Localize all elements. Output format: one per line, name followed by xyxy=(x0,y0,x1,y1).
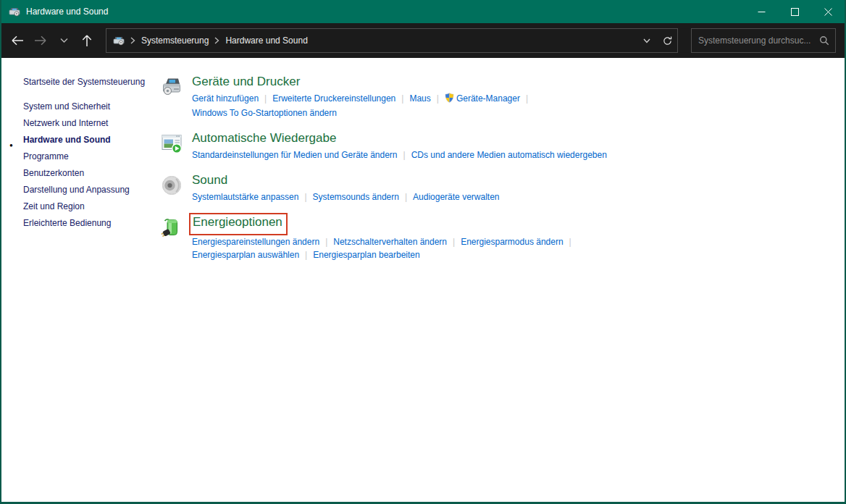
task-link-systemsounds-ändern[interactable]: Systemsounds ändern xyxy=(313,192,399,202)
section-title-power-options[interactable]: Energieoptionen xyxy=(193,214,282,230)
link-separator: | xyxy=(325,237,327,247)
main-area: Startseite der Systemsteuerung System un… xyxy=(1,58,845,502)
recent-pages-chevron-icon[interactable] xyxy=(52,29,75,52)
speaker-icon[interactable] xyxy=(159,174,184,203)
link-separator: | xyxy=(403,150,406,160)
breadcrumb-item[interactable]: Hardware und Sound xyxy=(222,35,310,46)
search-icon[interactable] xyxy=(819,35,829,46)
minimize-button[interactable] xyxy=(745,0,778,23)
uac-shield-icon xyxy=(445,93,454,106)
breadcrumb-root-icon xyxy=(113,35,127,46)
window-controls xyxy=(745,0,845,23)
forward-button[interactable] xyxy=(29,29,52,52)
link-separator: | xyxy=(305,250,307,260)
section-devices-and-printers: Geräte und DruckerGerät hinzufügen|Erwei… xyxy=(159,74,845,119)
link-separator: | xyxy=(569,237,571,247)
task-link-maus[interactable]: Maus xyxy=(409,93,430,104)
link-separator: | xyxy=(304,192,306,202)
task-link-erweiterte-druckereinstellungen[interactable]: Erweiterte Druckereinstellungen xyxy=(272,93,395,104)
task-link-cds-und-andere-medien-automatisch-wiedergeben[interactable]: CDs und andere Medien automatisch wieder… xyxy=(411,150,607,160)
section-title-autoplay[interactable]: Automatische Wiedergabe xyxy=(192,130,336,146)
search-input[interactable] xyxy=(698,35,819,46)
link-separator: | xyxy=(437,93,439,104)
content-sections: Geräte und DruckerGerät hinzufügen|Erwei… xyxy=(159,58,845,502)
sidebar-item-hardware-und-sound[interactable]: ●Hardware und Sound xyxy=(23,132,159,148)
task-links-line: Energiesparplan auswählen|Energiesparpla… xyxy=(192,248,577,261)
task-links-line: Standardeinstellungen für Medien und Ger… xyxy=(192,148,607,161)
sidebar-item-label: Netzwerk und Internet xyxy=(23,118,108,128)
window-title: Hardware und Sound xyxy=(26,7,745,17)
sidebar-item-label: System und Sicherheit xyxy=(23,101,110,112)
printer-icon[interactable] xyxy=(159,75,184,119)
task-links-line: Gerät hinzufügen|Erweiterte Druckereinst… xyxy=(192,92,534,106)
sidebar: Startseite der Systemsteuerung System un… xyxy=(1,58,159,502)
section-autoplay: Automatische WiedergabeStandardeinstellu… xyxy=(159,130,845,161)
sidebar-item-zeit-und-region[interactable]: Zeit und Region xyxy=(23,198,159,215)
section-title-devices-and-printers[interactable]: Geräte und Drucker xyxy=(192,74,300,90)
address-dropdown-chevron-icon[interactable] xyxy=(637,29,657,52)
navigation-bar: SystemsteuerungHardware und Sound xyxy=(1,23,845,58)
task-link-standardeinstellungen-für-medien-und-geräte-ändern[interactable]: Standardeinstellungen für Medien und Ger… xyxy=(192,150,398,160)
sidebar-item-netzwerk-und-internet[interactable]: Netzwerk und Internet xyxy=(23,115,159,132)
task-links-line: Energiespareinstellungen ändern|Netzscha… xyxy=(192,235,577,248)
task-links-line: Windows To Go-Startoptionen ändern xyxy=(192,106,534,119)
section-power-options: EnergieoptionenEnergiespareinstellungen … xyxy=(159,214,845,261)
refresh-button[interactable] xyxy=(657,29,677,52)
up-button[interactable] xyxy=(75,29,99,52)
breadcrumb-chevron-icon[interactable] xyxy=(127,37,138,44)
task-link-audiogeräte-verwalten[interactable]: Audiogeräte verwalten xyxy=(413,192,499,202)
section-title-sound[interactable]: Sound xyxy=(192,172,227,188)
sidebar-item-label: Programme xyxy=(23,151,69,161)
close-button[interactable] xyxy=(811,0,845,23)
sidebar-item-erleichterte-bedienung[interactable]: Erleichterte Bedienung xyxy=(23,215,159,232)
breadcrumb: SystemsteuerungHardware und Sound xyxy=(127,35,637,46)
task-link-netzschalterverhalten-ändern[interactable]: Netzschalterverhalten ändern xyxy=(333,237,447,247)
sidebar-list: System und SicherheitNetzwerk und Intern… xyxy=(23,98,159,232)
task-link-geräte-manager[interactable]: Geräte-Manager xyxy=(445,93,520,104)
task-link-energiesparplan-auswählen[interactable]: Energiesparplan auswählen xyxy=(192,250,299,260)
task-link-gerät-hinzufügen[interactable]: Gerät hinzufügen xyxy=(192,93,259,104)
search-box xyxy=(691,28,836,53)
sidebar-item-label: Darstellung und Anpassung xyxy=(23,185,130,195)
maximize-button[interactable] xyxy=(778,0,811,23)
active-bullet-icon: ● xyxy=(9,137,13,154)
address-bar[interactable]: SystemsteuerungHardware und Sound xyxy=(106,28,678,53)
battery-icon[interactable] xyxy=(159,216,184,261)
task-link-energiespareinstellungen-ändern[interactable]: Energiespareinstellungen ändern xyxy=(192,237,319,247)
sidebar-item-label: Erleichterte Bedienung xyxy=(23,218,111,228)
hardware-sound-app-icon xyxy=(9,6,20,17)
sidebar-item-label: Zeit und Region xyxy=(23,201,85,211)
highlight-box: Energieoptionen xyxy=(189,213,288,235)
task-link-energiesparmodus-ändern[interactable]: Energiesparmodus ändern xyxy=(461,237,563,247)
link-separator: | xyxy=(264,93,267,104)
sidebar-item-home[interactable]: Startseite der Systemsteuerung xyxy=(23,74,159,91)
task-link-systemlautstärke-anpassen[interactable]: Systemlautstärke anpassen xyxy=(192,192,298,202)
section-sound: SoundSystemlautstärke anpassen|Systemsou… xyxy=(159,172,845,203)
task-links-line: Systemlautstärke anpassen|Systemsounds ä… xyxy=(192,190,500,203)
task-link-windows-to-go-startoptionen-ändern[interactable]: Windows To Go-Startoptionen ändern xyxy=(192,108,337,118)
task-link-energiesparplan-bearbeiten[interactable]: Energiesparplan bearbeiten xyxy=(313,250,419,260)
back-button[interactable] xyxy=(6,29,29,52)
titlebar: Hardware und Sound xyxy=(1,0,845,23)
sidebar-item-system-und-sicherheit[interactable]: System und Sicherheit xyxy=(23,98,159,115)
link-separator: | xyxy=(405,192,407,202)
breadcrumb-chevron-icon[interactable] xyxy=(212,37,222,44)
control-panel-window: Hardware und Sound xyxy=(0,0,846,504)
sidebar-item-label: Benutzerkonten xyxy=(23,168,84,178)
breadcrumb-item[interactable]: Systemsteuerung xyxy=(138,35,212,46)
link-separator: | xyxy=(453,237,455,247)
autoplay-icon[interactable] xyxy=(159,132,184,161)
sidebar-item-programme[interactable]: Programme xyxy=(23,148,159,165)
link-separator: | xyxy=(526,93,528,104)
link-separator: | xyxy=(401,93,403,104)
sidebar-item-benutzerkonten[interactable]: Benutzerkonten xyxy=(23,165,159,182)
sidebar-item-darstellung-und-anpassung[interactable]: Darstellung und Anpassung xyxy=(23,182,159,198)
sidebar-item-label: Hardware und Sound xyxy=(23,135,111,145)
